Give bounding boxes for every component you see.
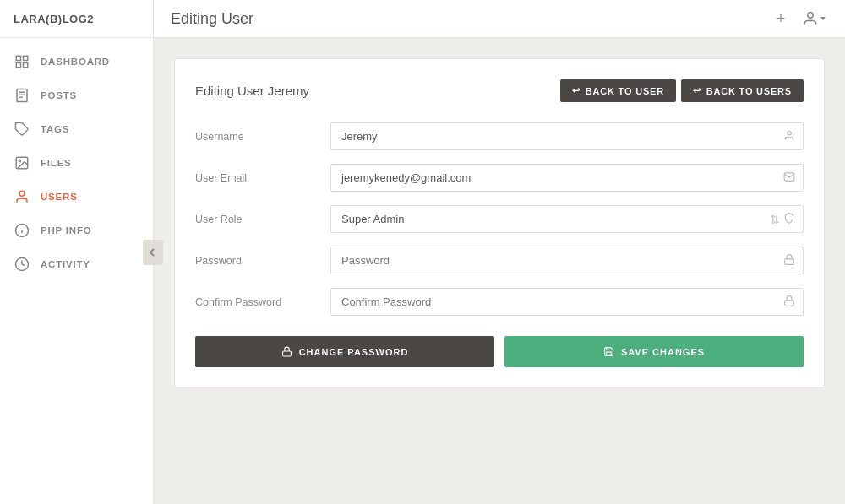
confirm-password-input[interactable] bbox=[330, 288, 804, 316]
confirm-password-label: Confirm Password bbox=[195, 296, 330, 308]
password-label: Password bbox=[195, 255, 330, 267]
user-account-button[interactable] bbox=[801, 5, 828, 32]
email-field-icon bbox=[783, 171, 795, 185]
sidebar-item-label: Posts bbox=[41, 90, 77, 100]
grid-icon bbox=[14, 53, 30, 70]
lock-confirm-icon bbox=[783, 295, 795, 309]
role-row: User Role Super Admin Admin User ⇅ bbox=[195, 205, 804, 233]
activity-icon bbox=[14, 256, 30, 273]
save-changes-button[interactable]: SAVE CHANGES bbox=[504, 336, 804, 367]
email-row: User Email bbox=[195, 164, 804, 192]
sidebar-item-posts[interactable]: Posts bbox=[0, 79, 153, 112]
change-password-button[interactable]: CHANGE PASSWORD bbox=[195, 336, 494, 367]
page-title: Editing User bbox=[171, 10, 254, 28]
svg-rect-1 bbox=[24, 56, 28, 60]
sidebar-collapse-btn[interactable] bbox=[143, 240, 163, 265]
svg-rect-0 bbox=[16, 56, 20, 60]
card-header-actions: ↩ BACK TO USER ↩ BACK TO USERS bbox=[560, 79, 804, 102]
role-select-wrap: Super Admin Admin User ⇅ bbox=[330, 205, 804, 233]
sidebar-item-files[interactable]: Files bbox=[0, 146, 153, 180]
sidebar: LARA(B)LOG2 Dashboard Posts bbox=[0, 0, 154, 504]
main-area: Editing User + Editing User Jeremy bbox=[154, 0, 845, 504]
svg-rect-20 bbox=[785, 300, 794, 305]
sidebar-item-label: PHP Info bbox=[41, 225, 92, 236]
svg-rect-2 bbox=[16, 63, 20, 68]
svg-rect-3 bbox=[24, 63, 28, 68]
password-row: Password bbox=[195, 247, 804, 274]
document-icon bbox=[14, 87, 30, 104]
sidebar-item-label: Users bbox=[41, 192, 78, 202]
confirm-password-input-wrap bbox=[330, 288, 804, 316]
email-input[interactable] bbox=[330, 164, 804, 192]
sidebar-item-activity[interactable]: Activity bbox=[0, 247, 153, 281]
username-input[interactable] bbox=[330, 122, 804, 150]
email-input-wrap bbox=[330, 164, 804, 192]
edit-user-card: Editing User Jeremy ↩ BACK TO USER ↩ BAC… bbox=[174, 58, 825, 388]
back-arrow-icon: ↩ bbox=[693, 85, 701, 96]
back-arrow-icon: ↩ bbox=[572, 85, 581, 96]
add-button[interactable]: + bbox=[767, 5, 794, 32]
username-input-wrap bbox=[330, 122, 804, 150]
svg-point-18 bbox=[788, 131, 792, 135]
username-row: Username bbox=[195, 122, 804, 150]
header-actions: + bbox=[767, 5, 828, 32]
sidebar-item-tags[interactable]: Tags bbox=[0, 112, 153, 146]
email-label: User Email bbox=[195, 172, 330, 184]
card-header: Editing User Jeremy ↩ BACK TO USER ↩ BAC… bbox=[195, 79, 804, 102]
sidebar-item-users[interactable]: Users bbox=[0, 180, 153, 214]
svg-rect-21 bbox=[282, 351, 291, 356]
sidebar-item-php-info[interactable]: PHP Info bbox=[0, 214, 153, 247]
tag-icon bbox=[14, 121, 30, 138]
svg-point-11 bbox=[19, 191, 25, 196]
form-buttons: CHANGE PASSWORD SAVE CHANGES bbox=[195, 336, 804, 367]
confirm-password-row: Confirm Password bbox=[195, 288, 804, 316]
role-label: User Role bbox=[195, 214, 330, 225]
sidebar-nav: Dashboard Posts Tags bbox=[0, 38, 153, 504]
svg-point-16 bbox=[808, 13, 814, 19]
card-title: Editing User Jeremy bbox=[195, 84, 309, 98]
password-input-wrap bbox=[330, 247, 804, 274]
header: Editing User + bbox=[154, 0, 845, 38]
info-icon bbox=[14, 222, 30, 239]
app-logo: LARA(B)LOG2 bbox=[0, 0, 153, 38]
svg-rect-19 bbox=[785, 258, 794, 263]
svg-marker-17 bbox=[820, 17, 826, 20]
lock-icon bbox=[783, 253, 795, 268]
back-to-user-button[interactable]: ↩ BACK TO USER bbox=[560, 79, 676, 102]
sidebar-item-label: Tags bbox=[41, 124, 69, 134]
password-input[interactable] bbox=[330, 247, 804, 274]
content-area: Editing User Jeremy ↩ BACK TO USER ↩ BAC… bbox=[154, 38, 845, 504]
back-to-users-button[interactable]: ↩ BACK TO USERS bbox=[681, 79, 804, 102]
sidebar-item-label: Files bbox=[41, 158, 72, 168]
username-label: Username bbox=[195, 131, 330, 143]
image-icon bbox=[14, 154, 30, 171]
user-field-icon bbox=[783, 129, 795, 144]
user-icon bbox=[14, 188, 30, 205]
sidebar-item-label: Dashboard bbox=[41, 57, 110, 67]
sidebar-item-label: Activity bbox=[41, 259, 90, 269]
svg-point-10 bbox=[19, 160, 20, 161]
sidebar-item-dashboard[interactable]: Dashboard bbox=[0, 45, 153, 79]
role-select[interactable]: Super Admin Admin User bbox=[330, 205, 804, 233]
